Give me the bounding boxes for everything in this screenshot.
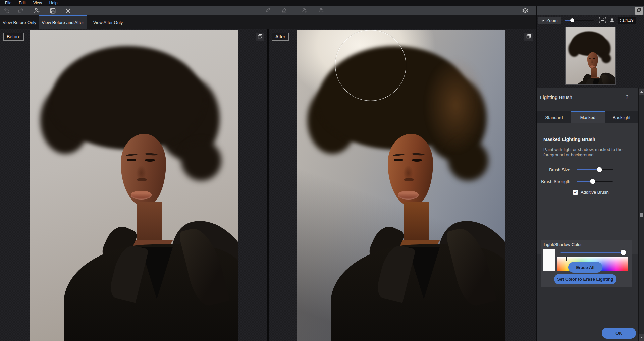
zoom-slider[interactable] xyxy=(565,20,594,21)
brush-strength-slider[interactable] xyxy=(577,181,613,182)
additive-brush-checkbox[interactable]: ✓ xyxy=(573,190,578,195)
zoom-collapse-toggle[interactable]: Zoom xyxy=(538,17,561,24)
save-button[interactable] xyxy=(47,6,58,15)
right-panel-header xyxy=(537,6,644,15)
lighting-brush-panel: Lighting Brush ? Standard Masked Backlig… xyxy=(537,88,638,341)
brush-size-label: Brush Size xyxy=(537,167,570,172)
brush-strength-knob[interactable] xyxy=(590,179,595,184)
brush-size-slider[interactable] xyxy=(577,169,613,170)
paint-brush-button[interactable] xyxy=(262,6,273,15)
photo-hair xyxy=(181,140,221,181)
pane-description: Paint with light or shadow, masked to th… xyxy=(543,147,629,158)
fit-image-icon xyxy=(599,16,606,25)
fit-image-button[interactable] xyxy=(599,17,607,24)
brightness-slider[interactable] xyxy=(560,252,625,253)
before-panel: Before xyxy=(0,29,267,341)
menu-view[interactable]: View xyxy=(30,0,46,6)
stepper-arrows-icon xyxy=(619,19,621,22)
close-icon xyxy=(65,8,71,14)
portrait-before xyxy=(30,30,238,341)
before-label: Before xyxy=(3,33,24,41)
photo-hair-highlight xyxy=(425,57,487,154)
tab-standard[interactable]: Standard xyxy=(537,111,571,123)
brush-size-knob[interactable] xyxy=(597,167,602,172)
brightness-knob[interactable] xyxy=(621,250,626,255)
before-copy-view-button[interactable] xyxy=(256,33,264,41)
close-tool-button[interactable] xyxy=(62,6,74,15)
tab-view-before-and-after[interactable]: View Before and After xyxy=(39,15,87,29)
help-button[interactable]: ? xyxy=(626,94,628,100)
zoom-ratio-stepper[interactable]: 1:4.19 xyxy=(618,17,636,24)
photo-neck xyxy=(404,202,429,246)
view-tabstrip: View Before Only View Before and After V… xyxy=(0,15,536,29)
masked-tab-pane: Masked Lighting Brush Paint with light o… xyxy=(537,123,638,254)
brush-cursor-circle xyxy=(335,30,406,101)
menu-edit[interactable]: Edit xyxy=(15,0,30,6)
undo-icon xyxy=(4,8,10,14)
save-icon xyxy=(50,8,56,14)
photo-neck xyxy=(137,202,162,246)
after-label: After xyxy=(272,33,289,41)
brush-plus-icon xyxy=(301,7,308,14)
menu-file[interactable]: File xyxy=(1,0,15,6)
window-restore-icon xyxy=(637,8,641,14)
color-swatch[interactable] xyxy=(543,249,555,271)
spectrum-cursor-icon xyxy=(564,257,568,261)
eraser-icon xyxy=(281,7,287,14)
navigator-area: Zoom 1:4.19 xyxy=(537,15,644,88)
undo-button[interactable] xyxy=(1,6,13,15)
triangle-up-icon xyxy=(640,91,643,93)
redo-icon xyxy=(17,8,24,14)
person-add-icon xyxy=(33,7,40,14)
lighting-brush-tabs: Standard Masked Backlight xyxy=(537,111,638,123)
tab-masked[interactable]: Masked xyxy=(571,111,605,123)
additive-brush-row: ✓ Additive Brush xyxy=(573,190,609,195)
after-panel: After xyxy=(269,29,536,341)
brush-subtract-button[interactable] xyxy=(315,6,327,15)
after-copy-view-button[interactable] xyxy=(524,33,533,41)
copy-icon xyxy=(257,34,263,40)
canvas-area: Before xyxy=(0,29,536,341)
pane-heading: Masked Lighting Brush xyxy=(543,137,595,142)
toolbar xyxy=(0,6,536,15)
brush-strength-label: Brush Strength xyxy=(537,179,570,184)
panel-title: Lighting Brush xyxy=(540,94,572,100)
thumbnail-portrait xyxy=(566,27,615,84)
layers-button[interactable] xyxy=(520,6,531,15)
tab-view-after-only[interactable]: View After Only xyxy=(87,15,129,29)
redo-button[interactable] xyxy=(15,6,26,15)
tab-backlight[interactable]: Backlight xyxy=(605,111,638,123)
menu-help[interactable]: Help xyxy=(46,0,61,6)
tab-view-before-only[interactable]: View Before Only xyxy=(0,15,39,29)
navigator-thumbnail[interactable] xyxy=(566,27,615,84)
add-person-button[interactable] xyxy=(31,6,42,15)
triangle-down-icon xyxy=(640,337,643,338)
layers-icon xyxy=(522,7,529,14)
zoom-ratio-value: 1:4.19 xyxy=(622,18,633,23)
brush-minus-icon xyxy=(317,7,325,14)
scroll-up-button[interactable] xyxy=(639,89,644,95)
checkmark-icon: ✓ xyxy=(574,190,577,194)
fit-face-button[interactable] xyxy=(608,17,616,24)
light-shadow-color-title: Light/Shadow Color xyxy=(544,242,582,247)
eraser-button[interactable] xyxy=(278,6,290,15)
brush-icon xyxy=(264,7,271,14)
fit-face-icon xyxy=(608,16,616,25)
copy-icon xyxy=(526,34,531,40)
zoom-slider-knob[interactable] xyxy=(570,18,574,22)
scroll-down-button[interactable] xyxy=(639,334,644,341)
menu-bar: File Edit View Help xyxy=(0,0,644,6)
scrollbar-thumb[interactable] xyxy=(640,213,643,217)
before-photo xyxy=(30,30,238,341)
additive-brush-label: Additive Brush xyxy=(581,190,609,195)
set-color-erase-button[interactable]: Set Color to Erase Lighting xyxy=(554,274,616,284)
detach-panel-button[interactable] xyxy=(635,7,643,15)
erase-all-button[interactable]: Erase All xyxy=(568,262,602,273)
brush-add-button[interactable] xyxy=(299,6,310,15)
panel-scrollbar[interactable] xyxy=(638,88,644,341)
ok-button[interactable]: OK xyxy=(602,328,636,339)
chevron-down-icon xyxy=(541,18,545,23)
zoom-label: Zoom xyxy=(546,18,557,23)
